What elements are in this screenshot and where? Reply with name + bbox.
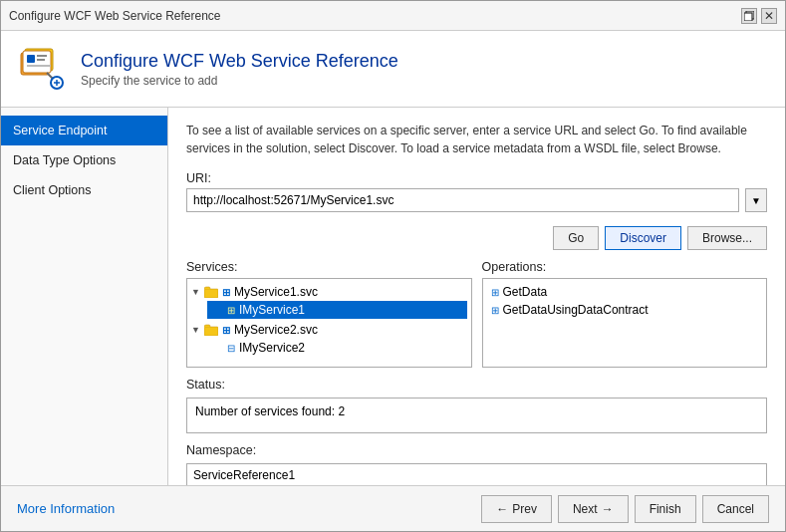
header-text: Configure WCF Web Service Reference Spec… <box>81 51 398 88</box>
footer: More Information ← Prev Next → Finish Ca… <box>1 485 785 531</box>
restore-button[interactable] <box>741 8 757 24</box>
svc1-label: MyService1.svc <box>234 285 318 299</box>
services-panel: Services: ▼ ⊞ MyService1.svc <box>186 260 472 368</box>
operations-list[interactable]: ⊞ GetData ⊞ GetDataUsingDataContract <box>482 278 768 368</box>
uri-dropdown-arrow[interactable]: ▼ <box>745 188 767 212</box>
chevron-svc1: ▼ <box>191 287 200 297</box>
tree-item-svc1[interactable]: ▼ ⊞ MyService1.svc <box>191 283 467 301</box>
svg-rect-7 <box>37 59 45 61</box>
sidebar-item-client-options[interactable]: Client Options <box>1 175 167 205</box>
services-label: Services: <box>186 260 472 274</box>
chevron-svc2: ▼ <box>191 325 200 335</box>
go-button[interactable]: Go <box>553 226 599 250</box>
title-bar-title: Configure WCF Web Service Reference <box>9 9 221 23</box>
browse-button[interactable]: Browse... <box>687 226 767 250</box>
title-bar-left: Configure WCF Web Service Reference <box>9 9 221 23</box>
op-item-getdata[interactable]: ⊞ GetData <box>487 283 763 301</box>
iface1-badge: ⊞ <box>227 305 235 316</box>
status-box: Number of services found: 2 <box>186 398 767 433</box>
cancel-button[interactable]: Cancel <box>702 495 769 523</box>
dialog-subtitle: Specify the service to add <box>81 74 398 88</box>
op1-label: GetData <box>503 285 548 299</box>
namespace-section: Namespace: <box>186 443 767 485</box>
status-section: Status: Number of services found: 2 <box>186 378 767 433</box>
dialog: Configure WCF Web Service Reference ✕ <box>0 0 786 532</box>
uri-section: URI: ▼ <box>186 171 767 212</box>
title-bar-controls: ✕ <box>741 8 777 24</box>
svg-rect-13 <box>204 289 218 298</box>
iface2-badge: ⊟ <box>227 343 235 354</box>
svc1-badge: ⊞ <box>222 287 230 298</box>
services-operations: Services: ▼ ⊞ MyService1.svc <box>186 260 767 368</box>
discover-button[interactable]: Discover <box>605 226 681 250</box>
footer-left: More Information <box>17 501 115 516</box>
uri-label: URI: <box>186 171 767 185</box>
close-button[interactable]: ✕ <box>761 8 777 24</box>
restore-icon <box>744 11 754 21</box>
finish-button[interactable]: Finish <box>635 495 696 523</box>
footer-right: ← Prev Next → Finish Cancel <box>481 495 769 523</box>
sidebar-item-service-endpoint[interactable]: Service Endpoint <box>1 116 167 145</box>
uri-row: ▼ <box>186 188 767 212</box>
prev-label: Prev <box>512 502 537 516</box>
sidebar: Service Endpoint Data Type Options Clien… <box>1 108 168 485</box>
header-icon <box>17 45 65 93</box>
op2-label: GetDataUsingDataContract <box>503 303 649 317</box>
namespace-label: Namespace: <box>186 443 767 457</box>
operations-label: Operations: <box>482 260 768 274</box>
svg-rect-6 <box>37 55 47 57</box>
tree-item-iface1[interactable]: ⊞ IMyService1 <box>207 301 467 319</box>
op2-icon: ⊞ <box>491 305 499 316</box>
iface1-label: IMyService1 <box>239 303 305 317</box>
svc2-label: MyService2.svc <box>234 323 318 337</box>
folder-icon-svc1 <box>204 286 218 298</box>
next-label: Next <box>573 502 598 516</box>
body: Service Endpoint Data Type Options Clien… <box>1 108 785 485</box>
tree-item-iface2[interactable]: ⊟ IMyService2 <box>207 339 467 357</box>
action-buttons: Go Discover Browse... <box>186 226 767 250</box>
prev-button[interactable]: ← Prev <box>481 495 552 523</box>
uri-input[interactable] <box>186 188 739 212</box>
next-button[interactable]: Next → <box>558 495 629 523</box>
svg-rect-1 <box>744 13 752 21</box>
svc2-badge: ⊞ <box>222 325 230 336</box>
title-bar: Configure WCF Web Service Reference ✕ <box>1 1 785 31</box>
svg-rect-14 <box>204 327 218 336</box>
status-text: Number of services found: 2 <box>195 404 345 418</box>
folder-icon-svc2 <box>204 324 218 336</box>
dialog-title: Configure WCF Web Service Reference <box>81 51 398 72</box>
op-item-getdatausingdatacontract[interactable]: ⊞ GetDataUsingDataContract <box>487 301 763 319</box>
header: Configure WCF Web Service Reference Spec… <box>1 31 785 108</box>
namespace-input[interactable] <box>186 463 767 485</box>
svg-rect-8 <box>27 65 51 67</box>
sidebar-item-data-type-options[interactable]: Data Type Options <box>1 145 167 175</box>
next-arrow-icon: → <box>602 502 614 516</box>
status-label: Status: <box>186 378 767 392</box>
tree-item-svc2[interactable]: ▼ ⊞ MyService2.svc <box>191 321 467 339</box>
description-text: To see a list of available services on a… <box>186 122 767 157</box>
prev-arrow-icon: ← <box>496 502 508 516</box>
svg-rect-5 <box>27 55 35 63</box>
op1-icon: ⊞ <box>491 287 499 298</box>
more-info-link[interactable]: More Information <box>17 501 115 516</box>
iface2-label: IMyService2 <box>239 341 305 355</box>
wcf-icon <box>17 45 65 93</box>
main-content: To see a list of available services on a… <box>168 108 785 485</box>
operations-panel: Operations: ⊞ GetData ⊞ GetDataUsingData… <box>482 260 768 368</box>
services-tree[interactable]: ▼ ⊞ MyService1.svc ⊞ IMyService1 <box>186 278 472 368</box>
